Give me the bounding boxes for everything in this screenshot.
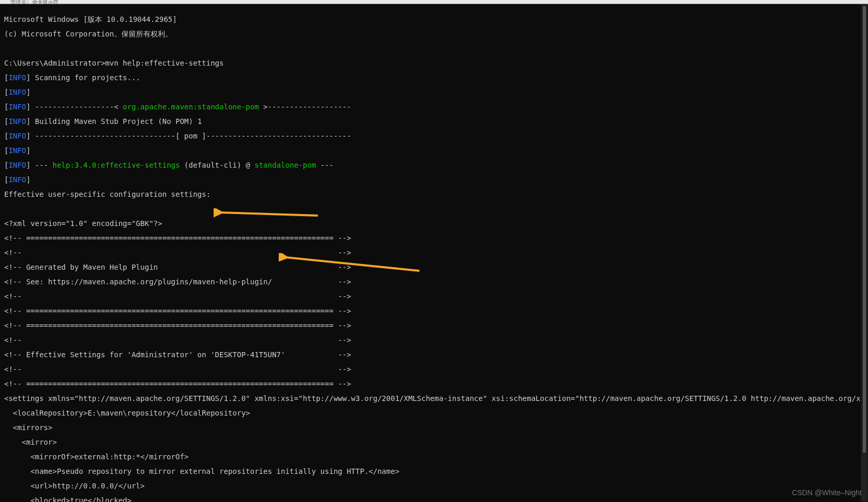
- window-titlebar[interactable]: 管理员: 命令提示符: [0, 0, 868, 4]
- scrollbar-thumb[interactable]: [863, 6, 866, 453]
- comment-blank-4: <!-- -->: [4, 366, 864, 373]
- mirror-1-of: <mirrorOf>external:http:*</mirrorOf>: [4, 453, 864, 460]
- comment-sep-3: <!-- ===================================…: [4, 322, 864, 329]
- info-pom: [INFO] --------------------------------[…: [4, 132, 864, 140]
- scrollbar-track: [862, 5, 867, 501]
- comment-sep-1: <!-- ===================================…: [4, 234, 864, 242]
- xml-decl: <?xml version="1.0" encoding="GBK"?>: [4, 220, 864, 227]
- info-empty: [INFO]: [4, 89, 864, 96]
- mirrors-open: <mirrors>: [4, 424, 864, 431]
- comment-blank-1: <!-- -->: [4, 249, 864, 256]
- info-goal: [INFO] --- help:3.4.0:effective-settings…: [4, 161, 864, 169]
- header-line-2: (c) Microsoft Corporation。保留所有权利。: [4, 30, 864, 37]
- prompt-command: C:\Users\Administrator>mvn help:effectiv…: [4, 59, 864, 67]
- effective-header: Effective user-specific configuration se…: [4, 191, 864, 198]
- info-empty-2: [INFO]: [4, 147, 864, 154]
- mirror-1-url: <url>http://0.0.0.0/</url>: [4, 482, 864, 490]
- info-building: [INFO] Building Maven Stub Project (No P…: [4, 118, 864, 125]
- info-dash-open: [INFO] ------------------< org.apache.ma…: [4, 103, 864, 110]
- comment-eff: <!-- Effective Settings for 'Administrat…: [4, 351, 864, 358]
- terminal-output[interactable]: Microsoft Windows [版本 10.0.19044.2965] (…: [0, 4, 868, 502]
- mirror-1-name: <name>Pseudo repository to mirror extern…: [4, 468, 864, 475]
- comment-sep-2: <!-- ===================================…: [4, 307, 864, 315]
- settings-open: <settings xmlns="http://maven.apache.org…: [4, 395, 864, 402]
- local-repository: <localRepository>E:\maven\repository</lo…: [4, 409, 864, 417]
- info-empty-3: [INFO]: [4, 176, 864, 183]
- vertical-scrollbar[interactable]: [861, 4, 868, 502]
- blank: [4, 45, 864, 52]
- comment-gen: <!-- Generated by Maven Help Plugin -->: [4, 263, 864, 271]
- mirror-1-open: <mirror>: [4, 438, 864, 446]
- cmd-icon: [3, 0, 8, 4]
- comment-blank-3: <!-- -->: [4, 336, 864, 344]
- watermark-text: CSDN @White–Night: [792, 488, 862, 497]
- comment-see: <!-- See: https://maven.apache.org/plugi…: [4, 278, 864, 285]
- svg-line-1: [220, 212, 318, 216]
- info-scan: [INFO] Scanning for projects...: [4, 74, 864, 81]
- blank-2: [4, 205, 864, 212]
- mirror-1-blocked: <blocked>true</blocked>: [4, 497, 864, 502]
- comment-blank-2: <!-- -->: [4, 293, 864, 300]
- comment-sep-4: <!-- ===================================…: [4, 380, 864, 387]
- header-line-1: Microsoft Windows [版本 10.0.19044.2965]: [4, 16, 864, 23]
